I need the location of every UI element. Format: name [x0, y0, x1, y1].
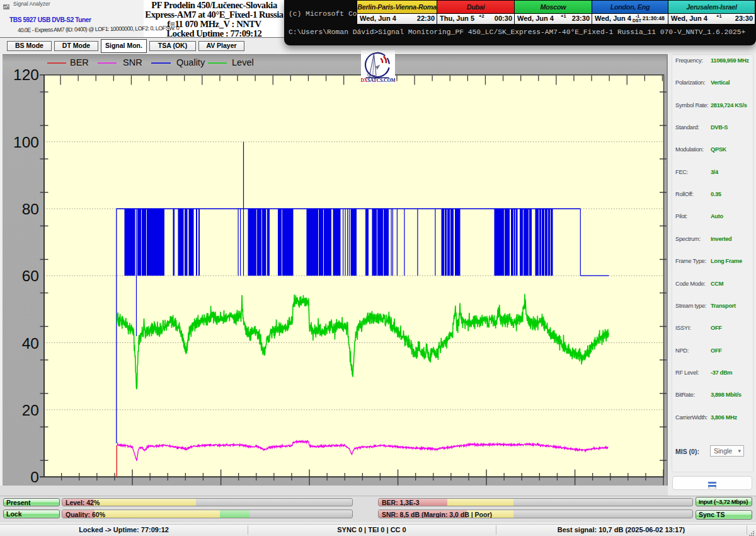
- svg-text:DXSATCS.COM: DXSATCS.COM: [361, 78, 395, 83]
